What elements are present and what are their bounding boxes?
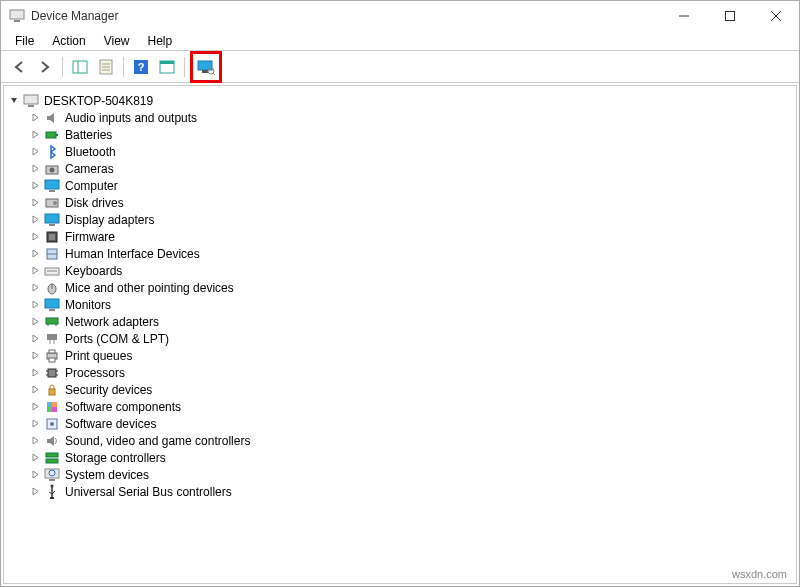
expander-closed-icon[interactable]: [29, 129, 41, 141]
tree-category-row[interactable]: Mice and other pointing devices: [8, 279, 792, 296]
toolbar-properties[interactable]: [94, 55, 118, 79]
watermark: wsxdn.com: [732, 568, 787, 580]
tree-category-row[interactable]: Storage controllers: [8, 449, 792, 466]
expander-closed-icon[interactable]: [29, 367, 41, 379]
tree-category-row[interactable]: Sound, video and game controllers: [8, 432, 792, 449]
tree-category-row[interactable]: Software components: [8, 398, 792, 415]
toolbar-help[interactable]: ?: [129, 55, 153, 79]
menu-help[interactable]: Help: [140, 33, 181, 49]
battery-icon: [44, 127, 60, 143]
action-center-icon: [159, 59, 175, 75]
tree-category-row[interactable]: Processors: [8, 364, 792, 381]
minimize-button[interactable]: [661, 1, 707, 31]
tree-category-row[interactable]: Security devices: [8, 381, 792, 398]
menu-action[interactable]: Action: [44, 33, 93, 49]
svg-rect-23: [56, 134, 58, 136]
expander-closed-icon[interactable]: [29, 316, 41, 328]
forward-icon: [37, 59, 53, 75]
tree-category-row[interactable]: Firmware: [8, 228, 792, 245]
expander-closed-icon[interactable]: [29, 435, 41, 447]
svg-rect-3: [726, 12, 735, 21]
tree-category-label: Firmware: [63, 230, 117, 244]
security-icon: [44, 382, 60, 398]
expander-closed-icon[interactable]: [29, 180, 41, 192]
expander-closed-icon[interactable]: [29, 469, 41, 481]
toolbar-back[interactable]: [7, 55, 31, 79]
tree-category-label: Display adapters: [63, 213, 156, 227]
tree-category-label: Monitors: [63, 298, 113, 312]
expander-open-icon[interactable]: [8, 95, 20, 107]
tree-category-label: Computer: [63, 179, 120, 193]
expander-closed-icon[interactable]: [29, 231, 41, 243]
tree-category-row[interactable]: Human Interface Devices: [8, 245, 792, 262]
svg-rect-27: [49, 190, 55, 192]
tree-category-row[interactable]: Audio inputs and outputs: [8, 109, 792, 126]
toolbar-separator: [62, 57, 63, 77]
tree-category-row[interactable]: Network adapters: [8, 313, 792, 330]
expander-closed-icon[interactable]: [29, 112, 41, 124]
expander-closed-icon[interactable]: [29, 248, 41, 260]
tree-category-row[interactable]: Batteries: [8, 126, 792, 143]
tree-category-row[interactable]: Keyboards: [8, 262, 792, 279]
expander-closed-icon[interactable]: [29, 197, 41, 209]
tree-category-row[interactable]: Software devices: [8, 415, 792, 432]
tree-category-row[interactable]: Print queues: [8, 347, 792, 364]
tree-category-label: Software components: [63, 400, 183, 414]
tree-category-label: Print queues: [63, 349, 134, 363]
tree-category-row[interactable]: Cameras: [8, 160, 792, 177]
tree-root-row[interactable]: DESKTOP-504K819: [8, 92, 792, 109]
svg-rect-30: [45, 214, 59, 223]
svg-rect-45: [47, 334, 57, 340]
menu-view[interactable]: View: [96, 33, 138, 49]
svg-rect-67: [49, 479, 55, 481]
toolbar-forward[interactable]: [33, 55, 57, 79]
svg-rect-59: [47, 407, 52, 412]
computer-icon: [23, 93, 39, 109]
svg-text:?: ?: [138, 61, 145, 73]
expander-closed-icon[interactable]: [29, 384, 41, 396]
firmware-icon: [44, 229, 60, 245]
toolbar-scan-hardware-highlight: [190, 51, 222, 83]
menu-file[interactable]: File: [7, 33, 42, 49]
expander-closed-icon[interactable]: [29, 333, 41, 345]
toolbar-action-center[interactable]: [155, 55, 179, 79]
tree-category-row[interactable]: Disk drives: [8, 194, 792, 211]
printer-icon: [44, 348, 60, 364]
expander-closed-icon[interactable]: [29, 163, 41, 175]
expander-closed-icon[interactable]: [29, 299, 41, 311]
tree-category-row[interactable]: Monitors: [8, 296, 792, 313]
toolbar-separator: [184, 57, 185, 77]
tree-category-row[interactable]: Ports (COM & LPT): [8, 330, 792, 347]
tree-category-row[interactable]: System devices: [8, 466, 792, 483]
expander-closed-icon[interactable]: [29, 401, 41, 413]
expander-closed-icon[interactable]: [29, 418, 41, 430]
expander-closed-icon[interactable]: [29, 282, 41, 294]
tree-category-row[interactable]: Computer: [8, 177, 792, 194]
system-icon: [44, 467, 60, 483]
expander-closed-icon[interactable]: [29, 452, 41, 464]
expander-closed-icon[interactable]: [29, 486, 41, 498]
tree-category-row[interactable]: Universal Serial Bus controllers: [8, 483, 792, 500]
window-controls: [661, 1, 799, 31]
toolbar-show-hide-console-tree[interactable]: [68, 55, 92, 79]
tree-category-row[interactable]: Bluetooth: [8, 143, 792, 160]
cpu-icon: [44, 365, 60, 381]
camera-icon: [44, 161, 60, 177]
toolbar-scan-hardware[interactable]: [194, 55, 218, 79]
svg-rect-31: [49, 224, 55, 226]
network-icon: [44, 314, 60, 330]
tree-root-label: DESKTOP-504K819: [42, 94, 155, 108]
expander-closed-icon[interactable]: [29, 350, 41, 362]
expander-closed-icon[interactable]: [29, 265, 41, 277]
expander-closed-icon[interactable]: [29, 146, 41, 158]
maximize-button[interactable]: [707, 1, 753, 31]
close-button[interactable]: [753, 1, 799, 31]
device-tree-panel[interactable]: DESKTOP-504K819 Audio inputs and outputs…: [3, 85, 797, 584]
svg-rect-50: [49, 358, 55, 362]
svg-rect-26: [45, 180, 59, 189]
tree-category-label: Network adapters: [63, 315, 161, 329]
tree-category-row[interactable]: Display adapters: [8, 211, 792, 228]
svg-rect-6: [73, 61, 87, 73]
software-component-icon: [44, 399, 60, 415]
expander-closed-icon[interactable]: [29, 214, 41, 226]
